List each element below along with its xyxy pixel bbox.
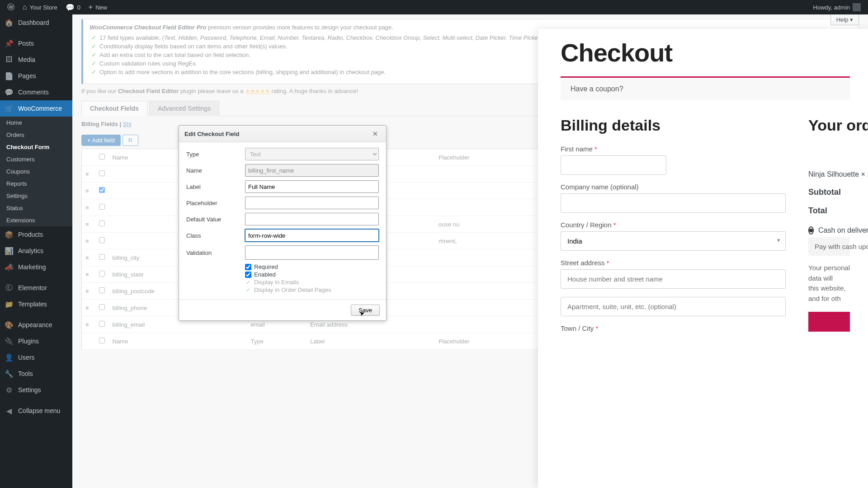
wp-logo[interactable]: ⓦ bbox=[4, 0, 18, 14]
admin-bar: ⓦ ⌂Your Store 💬0 +New Howdy, admin bbox=[0, 0, 868, 14]
site-name: Your Store bbox=[30, 4, 57, 11]
comments-count: 0 bbox=[77, 4, 80, 11]
new-label: New bbox=[95, 4, 107, 11]
wordpress-icon: ⓦ bbox=[7, 3, 14, 12]
howdy-link[interactable]: Howdy, admin bbox=[810, 0, 864, 14]
home-icon: ⌂ bbox=[23, 3, 27, 11]
plus-icon: + bbox=[89, 3, 93, 11]
new-link[interactable]: +New bbox=[85, 0, 111, 14]
howdy-text: Howdy, admin bbox=[813, 4, 850, 11]
comments-link[interactable]: 💬0 bbox=[62, 0, 84, 14]
site-link[interactable]: ⌂Your Store bbox=[19, 0, 61, 14]
avatar-icon bbox=[853, 3, 861, 11]
comment-icon: 💬 bbox=[66, 3, 75, 12]
